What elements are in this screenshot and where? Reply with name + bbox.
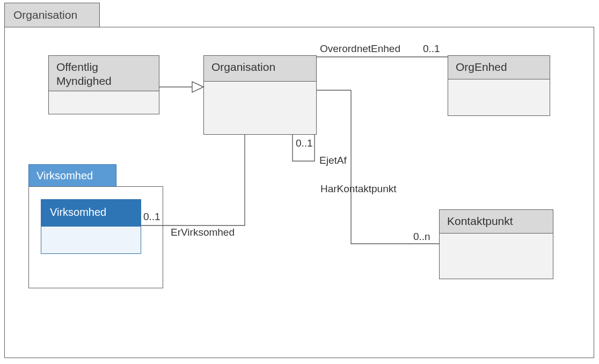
- class-organisation: Organisation: [203, 55, 317, 135]
- class-kontaktpunkt-title: Kontaktpunkt: [447, 215, 513, 227]
- class-kontaktpunkt: Kontaktpunkt: [439, 209, 553, 279]
- mult-har-kontaktpunkt: 0..n: [413, 231, 430, 243]
- package-tab-virksomhed: Virksomhed: [28, 164, 116, 187]
- label-ejet-af: EjetAf: [319, 155, 347, 166]
- mult-overordnet-enhed: 0..1: [423, 43, 440, 55]
- frame-tab-label: Organisation: [13, 9, 77, 21]
- label-er-virksomhed: ErVirksomhed: [171, 227, 235, 238]
- class-offentlig-myndighed-title: Offentlig Myndighed: [56, 60, 154, 89]
- diagram-canvas: Organisation Offentlig Myndighed Organis…: [0, 0, 599, 364]
- frame-tab-organisation: Organisation: [4, 3, 100, 27]
- class-organisation-title: Organisation: [211, 61, 275, 73]
- class-virksomhed: Virksomhed: [41, 199, 141, 254]
- label-har-kontaktpunkt: HarKontaktpunkt: [320, 183, 397, 195]
- mult-er-virksomhed: 0..1: [143, 211, 160, 223]
- class-orgenhed-title: OrgEnhed: [456, 61, 507, 73]
- class-orgenhed: OrgEnhed: [448, 55, 550, 116]
- package-virksomhed: Virksomhed: [28, 186, 163, 288]
- class-offentlig-myndighed: Offentlig Myndighed: [48, 55, 159, 114]
- label-overordnet-enhed: OverordnetEnhed: [320, 43, 400, 55]
- package-tab-virksomhed-label: Virksomhed: [36, 170, 93, 182]
- mult-ejet-af: 0..1: [296, 137, 313, 149]
- class-virksomhed-title: Virksomhed: [50, 206, 106, 218]
